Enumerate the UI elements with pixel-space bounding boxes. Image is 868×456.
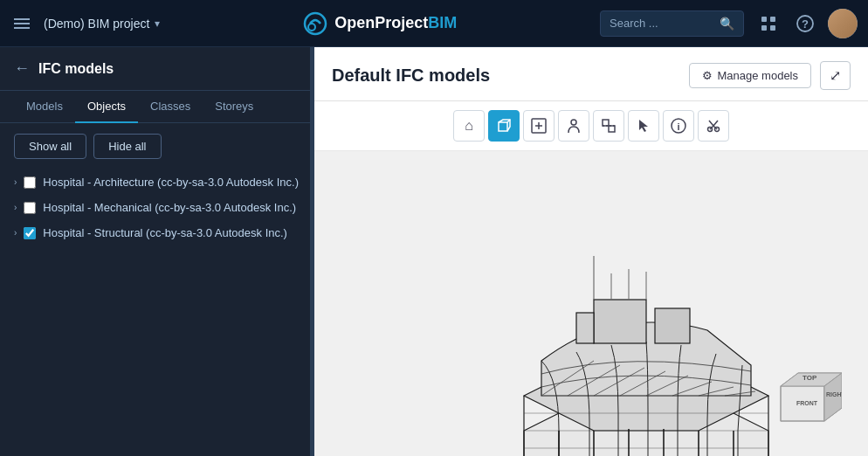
model-label-structural: Hospital - Structural (cc-by-sa-3.0 Auto… <box>43 226 287 239</box>
manage-models-button[interactable]: ⚙ Manage models <box>689 63 812 88</box>
select-tool-button[interactable] <box>628 110 659 142</box>
avatar[interactable] <box>828 9 858 38</box>
hide-all-button[interactable]: Hide all <box>93 134 161 159</box>
tab-storeys[interactable]: Storeys <box>203 91 265 123</box>
cursor-icon <box>636 118 651 134</box>
model-list: › Hospital - Architecture (cc-by-sa-3.0 … <box>0 169 313 245</box>
nav-icons: ? <box>754 9 858 38</box>
main-content: ← IFC models Models Objects Classes Stor… <box>0 47 868 456</box>
sidebar-actions: Show all Hide all <box>0 123 313 169</box>
section-tool-button[interactable] <box>593 110 624 142</box>
project-selector[interactable]: (Demo) BIM project ▾ <box>44 17 160 31</box>
svg-rect-8 <box>499 122 507 131</box>
scissors-icon <box>706 118 721 134</box>
tab-models[interactable]: Models <box>14 91 75 123</box>
home-tool-button[interactable]: ⌂ <box>453 110 485 142</box>
svg-rect-12 <box>609 126 615 132</box>
back-button[interactable]: ← <box>14 59 30 78</box>
building-model <box>419 204 803 456</box>
person-tool-button[interactable] <box>558 110 589 142</box>
list-item[interactable]: › Hospital - Mechanical (cc-by-sa-3.0 Au… <box>7 195 307 220</box>
chevron-down-icon: ▾ <box>155 17 160 30</box>
search-box: 🔍 <box>600 10 744 37</box>
svg-point-0 <box>305 13 326 34</box>
svg-text:i: i <box>677 121 679 132</box>
list-item[interactable]: › Hospital - Architecture (cc-by-sa-3.0 … <box>7 169 307 195</box>
viewer-toolbar: ⌂ <box>314 101 868 151</box>
fit-tool-button[interactable] <box>523 110 555 142</box>
tab-classes[interactable]: Classes <box>138 91 203 123</box>
sidebar: ← IFC models Models Objects Classes Stor… <box>0 47 314 456</box>
search-icon[interactable]: 🔍 <box>720 17 734 31</box>
viewer-header: Default IFC models ⚙ Manage models ⤢ <box>314 47 868 101</box>
svg-point-1 <box>308 24 315 31</box>
list-item[interactable]: › Hospital - Structural (cc-by-sa-3.0 Au… <box>7 220 307 245</box>
project-name: (Demo) BIM project <box>44 17 149 31</box>
sidebar-title: IFC models <box>38 61 114 77</box>
model-checkbox-mechanical[interactable] <box>24 202 36 214</box>
svg-rect-5 <box>770 25 775 31</box>
chevron-right-icon: › <box>14 228 17 238</box>
model-label-mechanical: Hospital - Mechanical (cc-by-sa-3.0 Auto… <box>43 201 296 214</box>
logo-text: OpenProjectBIM <box>334 14 457 32</box>
svg-text:FRONT: FRONT <box>796 400 818 406</box>
chevron-right-icon: › <box>14 177 17 187</box>
fullscreen-button[interactable]: ⤢ <box>820 61 851 90</box>
navigation-cube[interactable]: TOP FRONT RIGHT <box>772 360 842 430</box>
help-button[interactable]: ? <box>791 10 819 38</box>
svg-point-10 <box>571 120 576 125</box>
viewer-canvas: TOP FRONT RIGHT <box>314 151 868 456</box>
fullscreen-icon: ⤢ <box>830 68 841 83</box>
svg-rect-21 <box>576 313 594 343</box>
svg-rect-3 <box>770 17 775 22</box>
fit-view-icon <box>531 118 547 134</box>
svg-rect-4 <box>761 25 767 31</box>
viewer-actions: ⚙ Manage models ⤢ <box>689 61 851 90</box>
svg-rect-19 <box>594 300 646 343</box>
gear-icon: ⚙ <box>702 69 713 82</box>
grid-button[interactable] <box>754 10 782 38</box>
logo-area: OpenProjectBIM <box>170 11 589 36</box>
model-checkbox-structural[interactable] <box>24 227 36 239</box>
sidebar-header: ← IFC models <box>0 47 313 91</box>
search-input[interactable] <box>610 17 714 30</box>
svg-text:RIGHT: RIGHT <box>826 391 842 397</box>
tab-objects[interactable]: Objects <box>75 91 138 123</box>
logo-icon <box>303 11 327 36</box>
help-icon: ? <box>796 15 814 32</box>
sidebar-tabs: Models Objects Classes Storeys <box>0 91 313 123</box>
manage-models-label: Manage models <box>718 69 799 82</box>
cut-tool-button[interactable] <box>698 110 729 142</box>
logo-accent: BIM <box>428 14 457 31</box>
3d-cube-icon <box>496 118 512 134</box>
info-icon: i <box>671 118 686 134</box>
svg-text:TOP: TOP <box>803 374 817 382</box>
nav-cube-svg: TOP FRONT RIGHT <box>772 360 842 430</box>
menu-button[interactable] <box>10 15 33 32</box>
svg-rect-20 <box>655 308 690 343</box>
viewer-area: Default IFC models ⚙ Manage models ⤢ ⌂ <box>314 47 868 456</box>
person-icon <box>566 118 582 134</box>
info-tool-button[interactable]: i <box>663 110 694 142</box>
avatar-image <box>828 9 858 38</box>
svg-rect-2 <box>761 17 767 22</box>
show-all-button[interactable]: Show all <box>14 134 86 159</box>
chevron-right-icon: › <box>14 203 17 212</box>
svg-rect-11 <box>603 120 609 126</box>
viewer-title: Default IFC models <box>332 66 490 86</box>
model-checkbox-architecture[interactable] <box>24 176 36 189</box>
top-navigation: (Demo) BIM project ▾ OpenProjectBIM 🔍 <box>0 0 868 47</box>
grid-icon <box>761 16 776 31</box>
3d-tool-button[interactable] <box>488 110 520 142</box>
model-label-architecture: Hospital - Architecture (cc-by-sa-3.0 Au… <box>43 176 299 189</box>
svg-text:?: ? <box>802 17 809 31</box>
section-icon <box>601 118 617 134</box>
resize-handle[interactable] <box>310 47 313 456</box>
